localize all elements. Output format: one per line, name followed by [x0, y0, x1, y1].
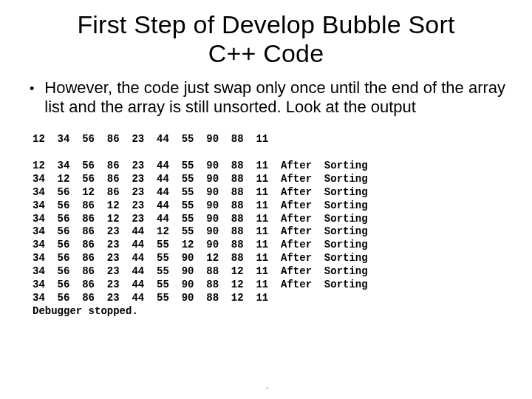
bullet-text: However, the code just swap only once un… [44, 78, 510, 117]
title-line-2: C++ Code [208, 39, 324, 67]
bullet-item: • However, the code just swap only once … [30, 78, 510, 117]
slide: First Step of Develop Bubble Sort C++ Co… [0, 0, 532, 399]
title-line-1: First Step of Develop Bubble Sort [77, 10, 454, 38]
console-output: 12 34 56 86 23 44 55 90 88 11 12 34 56 8… [33, 133, 510, 318]
footer-mark: . [266, 382, 268, 390]
slide-title: First Step of Develop Bubble Sort C++ Co… [44, 10, 488, 68]
slide-body: • However, the code just swap only once … [30, 78, 510, 117]
bullet-dot-icon: • [30, 80, 34, 98]
